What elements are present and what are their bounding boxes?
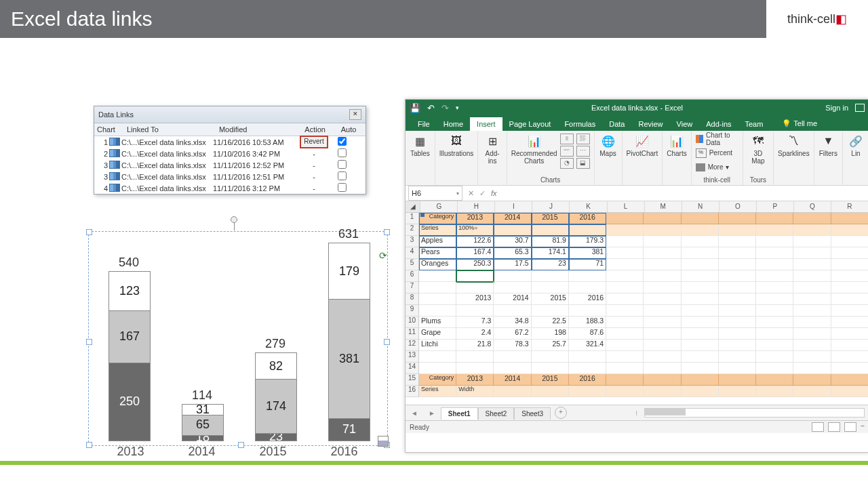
cell[interactable] [793, 224, 831, 236]
cell[interactable] [719, 282, 756, 293]
cell[interactable] [719, 213, 756, 224]
ribbon-tab[interactable]: Add-ins [699, 117, 738, 131]
cell[interactable]: 2016 [569, 293, 606, 305]
column-header[interactable]: P [757, 201, 794, 212]
row-header[interactable]: 7 [406, 282, 419, 293]
resize-handle[interactable] [86, 339, 92, 345]
cell[interactable] [644, 328, 681, 340]
bar-segment[interactable]: 174 [255, 378, 297, 434]
sparklines-button[interactable]: 〽Sparklines [778, 134, 810, 157]
cell[interactable] [644, 374, 681, 386]
cell[interactable] [831, 340, 868, 351]
cell[interactable] [831, 213, 868, 224]
ribbon-tab[interactable]: Page Layout [502, 117, 558, 131]
cell[interactable] [682, 293, 719, 305]
cell[interactable] [644, 213, 681, 224]
cell[interactable]: Litchi [419, 340, 456, 351]
cell[interactable]: 7.3 [456, 317, 494, 328]
charts-button[interactable]: 📊Charts [667, 134, 686, 157]
chart-type-icon[interactable]: ⛆ [576, 134, 590, 144]
cell[interactable]: Plums [419, 317, 456, 328]
bar-segment[interactable]: 381 [328, 298, 370, 419]
cell[interactable] [644, 317, 681, 328]
cell[interactable] [644, 247, 681, 259]
cell[interactable] [682, 351, 719, 363]
bar-segment[interactable]: 179 [328, 243, 370, 300]
enter-formula-icon[interactable]: ✓ [479, 189, 486, 198]
cell[interactable]: 381 [569, 247, 606, 259]
cell[interactable] [831, 247, 868, 259]
cell[interactable]: Oranges [419, 259, 456, 270]
page-break-view-button[interactable] [844, 422, 856, 432]
cell[interactable]: 67.2 [494, 328, 531, 340]
bar-segment[interactable]: 31 [182, 404, 224, 415]
cell[interactable]: 71 [569, 259, 606, 270]
cell[interactable] [756, 293, 793, 305]
cell[interactable] [719, 317, 756, 328]
cell[interactable] [419, 305, 456, 317]
cell[interactable] [793, 351, 831, 363]
formula-bar[interactable] [500, 186, 868, 200]
illustrations-button[interactable]: 🖼Illustrations [439, 134, 474, 157]
sheet-tab[interactable]: Sheet1 [441, 407, 478, 420]
data-links-row[interactable]: 4C:\...\Excel data links.xlsx11/11/2016 … [94, 182, 366, 194]
ribbon-tab[interactable]: View [670, 117, 700, 131]
cell[interactable] [532, 386, 569, 397]
resize-handle[interactable] [384, 339, 390, 345]
column-header[interactable]: Q [794, 201, 831, 212]
cell[interactable] [793, 282, 831, 293]
bar-segment[interactable]: 82 [255, 352, 297, 380]
sheet-nav-prev-icon[interactable]: ◄ [406, 409, 423, 417]
column-header[interactable]: I [495, 201, 532, 212]
cell[interactable] [456, 270, 494, 282]
bar-segment[interactable]: 71 [328, 418, 370, 441]
cell[interactable]: 2.4 [456, 328, 494, 340]
cell[interactable] [569, 282, 606, 293]
bar-segment[interactable]: 65 [182, 414, 224, 436]
cell[interactable] [682, 236, 719, 247]
cell[interactable]: 198 [532, 328, 569, 340]
auto-checkbox[interactable] [338, 183, 347, 192]
resize-handle[interactable] [86, 229, 92, 235]
cell[interactable] [793, 374, 831, 386]
cell[interactable] [831, 305, 868, 317]
cell[interactable]: 2016 [569, 213, 606, 224]
cell[interactable]: 122.6 [456, 236, 494, 247]
cell[interactable] [793, 236, 831, 247]
cell[interactable] [682, 340, 719, 351]
cell[interactable]: 2016 [569, 374, 606, 386]
cell[interactable] [831, 328, 868, 340]
tell-me-field[interactable]: 💡 Tell me [775, 117, 824, 131]
column-header[interactable]: R [831, 201, 868, 212]
cell[interactable] [644, 293, 681, 305]
cell[interactable] [682, 374, 719, 386]
cell[interactable]: 2015 [532, 213, 569, 224]
cell[interactable]: 23 [532, 259, 569, 270]
cell[interactable]: 100%= [456, 224, 494, 236]
cell[interactable] [644, 386, 681, 397]
cell[interactable] [606, 317, 644, 328]
cell[interactable] [719, 351, 756, 363]
cell[interactable] [532, 305, 569, 317]
maps-button[interactable]: 🌐Maps [599, 134, 618, 157]
close-icon[interactable]: ✕ [349, 109, 361, 120]
cell[interactable] [831, 259, 868, 270]
percent-button[interactable]: %Percent [696, 148, 732, 158]
stacked-bar-chart[interactable]: ⟳ 25016712354018653111423174822797138117… [81, 214, 387, 472]
cell[interactable]: Category [419, 213, 456, 224]
cell[interactable] [793, 386, 831, 397]
cell[interactable]: 174.1 [532, 247, 569, 259]
row-header[interactable]: 12 [406, 340, 419, 351]
row-header[interactable]: 4 [406, 247, 419, 259]
zoom-out-button[interactable]: − [861, 422, 865, 432]
cell[interactable]: 2015 [532, 374, 569, 386]
cell[interactable]: Grape [419, 328, 456, 340]
cell[interactable] [719, 259, 756, 270]
cell[interactable] [793, 259, 831, 270]
cell[interactable] [756, 213, 793, 224]
tables-button[interactable]: ▦Tables [410, 134, 430, 157]
row-header[interactable]: 3 [406, 236, 419, 247]
cell[interactable]: 81.9 [532, 236, 569, 247]
normal-view-button[interactable] [812, 422, 824, 432]
cell[interactable] [831, 317, 868, 328]
